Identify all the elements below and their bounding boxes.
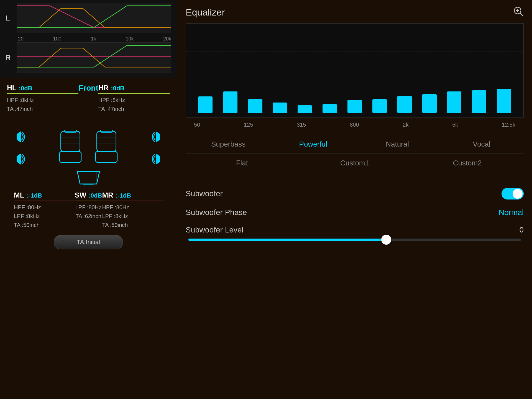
svg-marker-26 — [77, 172, 99, 184]
hr-label: HR :0dB — [98, 84, 170, 94]
hr-channel: HR :0dB HPF :8kHz TA :47inch — [98, 84, 170, 113]
r-graph[interactable] — [17, 42, 171, 73]
eq-freq-axis: 50 125 315 800 2k 5k 12.5k — [186, 120, 524, 129]
eq-freq-50: 50 — [194, 122, 200, 128]
seat-right-icon — [91, 130, 122, 166]
freq-100: 100 — [53, 36, 61, 42]
hr-name: HR — [98, 84, 109, 92]
eq-grid-1 — [186, 38, 523, 38]
preset-flat[interactable]: Flat — [220, 157, 264, 170]
preset-powerful[interactable]: Powerful — [291, 138, 335, 151]
ml-detail: HPF :80Hz LPF :8kHz TA :50inch — [14, 203, 75, 229]
mr-label: MR :-1dB — [102, 191, 163, 201]
freq-10k: 10k — [126, 36, 134, 42]
r-channel-row: R — [6, 42, 171, 73]
bottom-channel-row: ML :-1dB HPF :80Hz LPF :8kHz TA :50inch … — [7, 188, 170, 232]
eq-bar-12k5[interactable] — [497, 89, 511, 113]
speaker-visual — [7, 117, 170, 178]
mr-ta: TA :50inch — [102, 221, 163, 229]
subwoofer-label: Subwoofer — [186, 189, 223, 198]
eq-bar-1k25[interactable] — [298, 105, 312, 113]
mr-channel: MR :-1dB HPF :80Hz LPF :8kHz TA :50inch — [102, 191, 163, 229]
speaker-tr-icon — [149, 129, 164, 145]
speaker-br-icon — [149, 151, 164, 167]
mr-db: :-1dB — [116, 192, 131, 199]
eq-bar-315[interactable] — [248, 99, 262, 113]
sw-label: SW :0dB — [75, 191, 102, 201]
eq-grid-4 — [186, 80, 523, 80]
left-panel: L — [0, 0, 177, 399]
svg-rect-14 — [61, 131, 80, 152]
ml-channel: ML :-1dB HPF :80Hz LPF :8kHz TA :50inch — [14, 191, 75, 229]
sw-lpf: LPF :80Hz — [75, 203, 102, 212]
svg-rect-22 — [96, 152, 117, 162]
svg-marker-12 — [17, 131, 21, 142]
ml-db: :-1dB — [27, 192, 42, 199]
eq-header: Equalizer — [186, 6, 524, 19]
eq-freq-12k5: 12.5k — [502, 122, 515, 128]
slider-thumb[interactable] — [381, 235, 391, 245]
eq-grid-2 — [186, 52, 523, 52]
hl-ta: TA :47inch — [7, 104, 78, 113]
freq-axis-top: 20 100 1k 10k 20k — [6, 35, 171, 42]
svg-rect-19 — [97, 131, 116, 152]
eq-bar-800[interactable] — [273, 103, 287, 113]
hl-detail: HPF :8kHz TA :47inch — [7, 96, 78, 113]
eq-bar-50[interactable] — [198, 96, 213, 113]
ml-name: ML — [14, 191, 24, 200]
eq-freq-5k: 5k — [452, 122, 458, 128]
subwoofer-phase-value[interactable]: Normal — [499, 208, 524, 217]
slider-fill — [188, 239, 388, 241]
hr-db: :0dB — [111, 85, 124, 92]
ml-label: ML :-1dB — [14, 191, 75, 201]
svg-marker-25 — [156, 154, 160, 165]
eq-freq-315: 315 — [297, 122, 306, 128]
sw-ta: TA :62inch — [75, 212, 102, 221]
svg-rect-29 — [83, 185, 94, 185]
freq-20k: 20k — [163, 36, 171, 42]
subwoofer-toggle[interactable] — [502, 188, 524, 200]
subwoofer-toggle-row: Subwoofer — [186, 184, 524, 204]
preset-vocal[interactable]: Vocal — [459, 138, 504, 151]
subwoofer-section: Subwoofer Subwoofer Phase Normal Subwoof… — [186, 178, 524, 241]
hr-detail: HPF :8kHz TA :47inch — [98, 96, 170, 113]
eq-bar-3k15[interactable] — [397, 96, 412, 113]
subwoofer-speaker-icon — [75, 170, 102, 185]
preset-custom2[interactable]: Custom2 — [445, 157, 490, 170]
eq-bar-5k[interactable] — [447, 91, 461, 113]
preset-natural[interactable]: Natural — [375, 138, 420, 151]
eq-graph[interactable] — [186, 23, 524, 117]
hl-label: HL :0dB — [7, 84, 78, 94]
toggle-knob — [513, 189, 523, 199]
eq-grid-5 — [186, 94, 523, 94]
preset-superbass[interactable]: Superbass — [206, 138, 251, 151]
hr-ta: TA :47inch — [98, 104, 170, 113]
eq-bar-4k[interactable] — [422, 94, 437, 113]
eq-freq-2k: 2k — [403, 122, 408, 128]
freq-1k: 1k — [91, 36, 96, 42]
eq-bar-2k5[interactable] — [372, 99, 387, 113]
eq-bar-125[interactable] — [223, 91, 237, 113]
eq-preset-row-1: Superbass Powerful Natural Vocal — [186, 135, 524, 154]
eq-freq-800: 800 — [350, 122, 359, 128]
l-label: L — [6, 14, 17, 22]
ta-initial-button[interactable]: TA:Initial — [54, 235, 123, 249]
hl-db: :0dB — [19, 85, 32, 92]
eq-bar-1k6[interactable] — [323, 104, 337, 113]
eq-bar-2k[interactable] — [347, 100, 362, 113]
right-panel: Equalizer — [177, 0, 532, 399]
hr-hpf: HPF :8kHz — [98, 96, 170, 104]
svg-line-31 — [520, 13, 523, 16]
hl-name: HL — [7, 84, 17, 92]
speaker-bl-icon — [12, 151, 28, 167]
l-graph[interactable] — [17, 3, 171, 33]
preset-custom1[interactable]: Custom1 — [332, 157, 377, 170]
zoom-icon[interactable] — [513, 6, 524, 19]
mr-hpf: HPF :80Hz — [102, 203, 163, 212]
r-label: R — [6, 53, 17, 62]
hl-hr-row: HL :0dB HPF :8kHz TA :47inch Front HR :0… — [7, 84, 170, 113]
subwoofer-slider[interactable] — [188, 239, 521, 241]
eq-preset-row-2: Flat Custom1 Custom2 — [186, 154, 524, 172]
ml-lpf: LPF :8kHz — [14, 212, 75, 221]
speaker-info: HL :0dB HPF :8kHz TA :47inch Front HR :0… — [0, 78, 177, 399]
